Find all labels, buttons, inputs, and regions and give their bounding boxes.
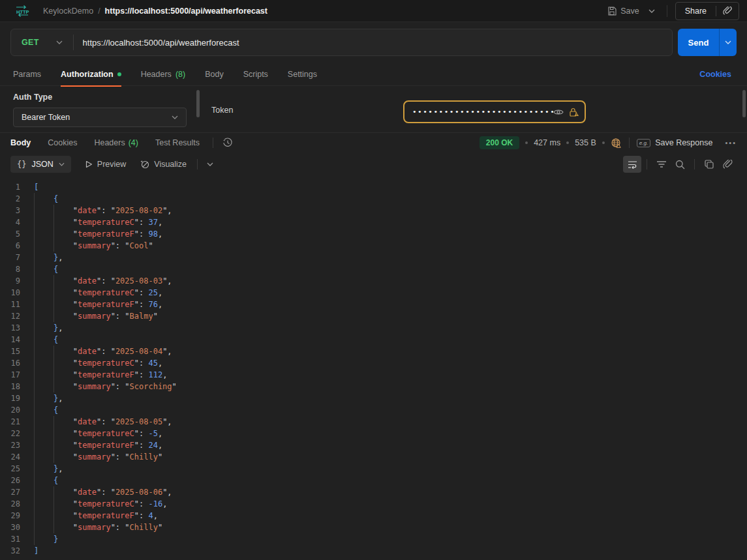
vault-secret-warning-icon[interactable] [569,108,579,117]
line-number: 29 [0,510,34,522]
code-line: 12 "summary": "Balmy" [0,310,747,322]
code-line: 4 "temperatureC": 37, [0,216,747,228]
response-tab-body[interactable]: Body [10,138,31,147]
response-tab-cookies[interactable]: Cookies [48,138,77,147]
save-button[interactable]: Save [607,7,639,16]
code-line: 9 "date": "2025-08-03", [0,275,747,287]
cookies-link[interactable]: Cookies [699,70,731,79]
line-number: 24 [0,451,34,463]
line-number: 32 [0,545,34,557]
line-number: 27 [0,486,34,498]
tab-scripts[interactable]: Scripts [243,63,268,86]
response-header: Body Cookies Headers (4) Test Results 20… [0,133,747,153]
tab-settings[interactable]: Settings [288,63,317,86]
ssl-warning-globe-icon[interactable] [611,138,622,149]
line-number: 31 [0,533,34,545]
send-options-caret[interactable] [720,40,737,44]
response-time[interactable]: 427 ms [534,138,560,147]
status-badge[interactable]: 200 OK [480,136,519,149]
tab-params[interactable]: Params [13,63,41,86]
tab-authorization[interactable]: Authorization [61,63,121,86]
line-number: 17 [0,369,34,381]
line-number: 23 [0,439,34,451]
response-tab-headers[interactable]: Headers (4) [94,138,138,147]
copy-link-icon[interactable] [716,7,739,16]
line-number: 3 [0,205,34,216]
response-size[interactable]: 535 B [575,138,596,147]
format-label: JSON [31,160,53,169]
share-button[interactable]: Share [676,7,716,16]
code-line: 6 "summary": "Cool" [0,240,747,252]
response-tab-test-results[interactable]: Test Results [155,138,200,147]
toolbar-divider [694,159,695,169]
view-options-caret[interactable] [207,162,213,166]
request-url-row: GET Send [0,22,747,63]
line-number: 30 [0,522,34,533]
auth-type-label: Auth Type [13,93,189,102]
tab-body[interactable]: Body [205,63,224,86]
line-number: 6 [0,240,34,252]
auth-detail-pane: Token •••••••••••••••••••••••••••••• [202,86,747,132]
line-number: 1 [0,181,34,193]
visualize-button[interactable]: Visualize [140,160,187,169]
token-input[interactable]: •••••••••••••••••••••••••••••• [403,100,586,123]
format-caret-icon [59,162,65,166]
line-number: 13 [0,322,34,334]
preview-button[interactable]: Preview [85,160,126,169]
code-line: 14 { [0,334,747,346]
link-icon[interactable] [718,156,737,173]
token-masked-value: •••••••••••••••••••••••••••••• [412,108,553,116]
line-number: 15 [0,346,34,357]
line-number: 25 [0,463,34,475]
code-line: 7 }, [0,252,747,263]
url-input[interactable] [74,38,672,48]
authorization-status-dot [117,72,121,76]
search-icon[interactable] [671,156,689,173]
response-body-json[interactable]: 1[2 {3 "date": "2025-08-02",4 "temperatu… [0,176,747,557]
code-line: 15 "date": "2025-08-04", [0,346,747,357]
code-line: 21 "date": "2025-08-05", [0,416,747,428]
response-history-icon[interactable] [222,138,233,148]
line-number: 4 [0,216,34,228]
method-selector[interactable]: GET [11,38,73,47]
code-line: 24 "summary": "Chilly" [0,451,747,463]
line-number: 2 [0,193,34,205]
breadcrumb-request-title[interactable]: https://localhost:5000/api/weatherforeca… [105,7,267,16]
save-response-button[interactable]: e.g. Save Response [637,138,713,147]
example-icon: e.g. [637,139,650,147]
wrap-text-button[interactable] [623,156,641,173]
line-number: 21 [0,416,34,428]
code-line: 2 { [0,193,747,205]
response-toolbar: {} JSON Preview Visualize [0,153,747,176]
top-bar: HTTP KeylockDemo / https://localhost:500… [0,0,747,22]
code-line: 5 "temperatureF": 98, [0,228,747,240]
auth-type-select[interactable]: Bearer Token [13,108,187,127]
save-options-caret[interactable] [645,8,659,14]
filter-icon[interactable] [652,156,671,173]
auth-select-caret-icon [172,115,178,119]
line-number: 28 [0,498,34,510]
auth-section-scrollbar[interactable] [742,90,746,117]
send-label: Send [678,38,719,48]
line-number: 11 [0,299,34,310]
save-icon [607,7,617,16]
code-line: 32] [0,545,747,557]
code-line: 3 "date": "2025-08-02", [0,205,747,216]
send-button[interactable]: Send [678,29,737,56]
method-caret-icon [56,40,63,44]
copy-icon[interactable] [700,156,718,173]
response-more-button[interactable]: ••• [725,139,737,147]
auth-pane-scrollbar[interactable] [196,90,200,117]
breadcrumb-workspace[interactable]: KeylockDemo [43,7,93,16]
tab-headers[interactable]: Headers (8) [141,63,186,86]
code-line: 17 "temperatureF": 112, [0,369,747,381]
format-select[interactable]: {} JSON [10,156,71,173]
show-token-eye-icon[interactable] [553,108,564,116]
code-line: 22 "temperatureC": -5, [0,428,747,439]
toolbar-divider [647,159,647,169]
line-number: 26 [0,475,34,486]
code-line: 13 }, [0,322,747,334]
line-number: 14 [0,334,34,346]
code-line: 20 { [0,404,747,416]
code-line: 8 { [0,263,747,275]
